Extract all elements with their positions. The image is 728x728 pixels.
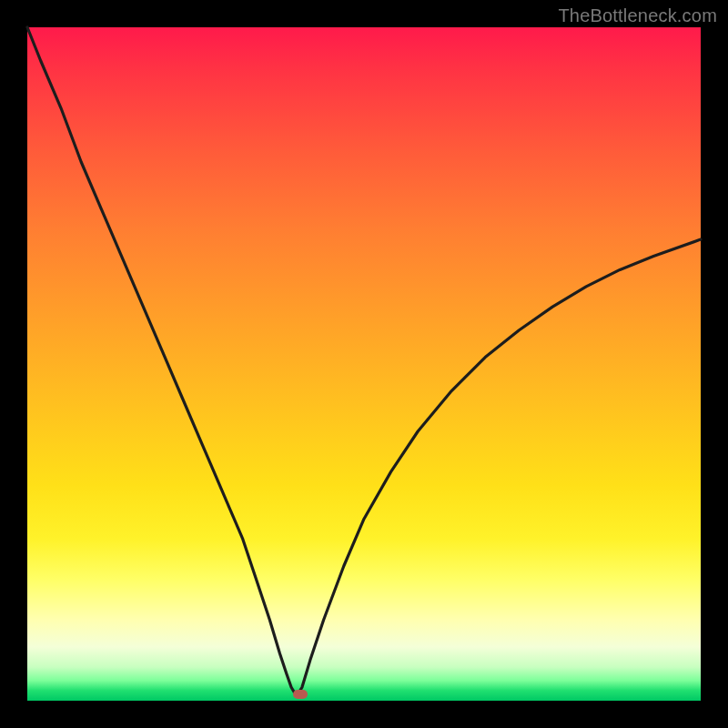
plot-area [27, 27, 701, 701]
watermark-text: TheBottleneck.com [558, 5, 717, 26]
curve-svg [27, 27, 701, 701]
chart-frame: TheBottleneck.com [0, 0, 728, 728]
optimum-marker [293, 690, 308, 699]
bottleneck-curve [27, 27, 701, 694]
